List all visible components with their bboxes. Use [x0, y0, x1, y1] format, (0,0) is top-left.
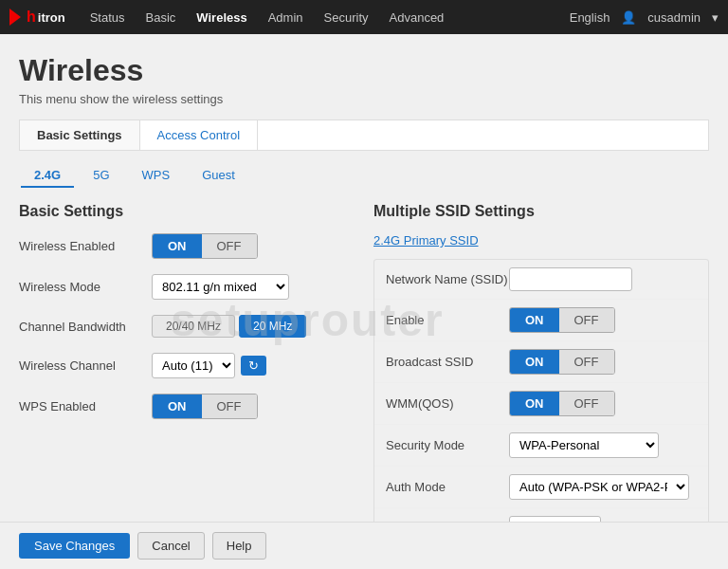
bw-20[interactable]: 20 MHz — [239, 315, 306, 338]
ssid-name-input[interactable] — [509, 267, 632, 291]
broadcast-ssid-label: Broadcast SSID — [386, 355, 509, 369]
wps-enabled-toggle[interactable]: ON OFF — [152, 394, 258, 419]
security-mode-row: Security Mode WPA-Personal WPA2-Personal… — [374, 425, 708, 467]
wireless-enabled-label: Wireless Enabled — [19, 239, 152, 253]
tab-bar: Basic Settings Access Control — [19, 119, 709, 151]
logo: h itron — [9, 9, 65, 26]
broadcast-ssid-on[interactable]: ON — [510, 350, 559, 374]
bw-20-40[interactable]: 20/40 MHz — [152, 315, 235, 338]
tab-basic-settings[interactable]: Basic Settings — [20, 120, 140, 150]
wps-enabled-off[interactable]: OFF — [202, 395, 257, 418]
nav-links: Status Basic Wireless Admin Security Adv… — [81, 3, 570, 32]
user-dropdown-icon[interactable]: ▾ — [712, 10, 719, 25]
basic-settings-panel: Basic Settings Wireless Enabled ON OFF W… — [19, 203, 355, 569]
wps-enabled-label: WPS Enabled — [19, 399, 152, 413]
ssid-enable-toggle[interactable]: ON OFF — [509, 307, 615, 333]
auth-mode-row: Auth Mode Auto (WPA-PSK or WPA2-PSK) WPA… — [374, 467, 708, 508]
ssid-name-label: Network Name (SSID) — [386, 272, 509, 286]
security-mode-label: Security Mode — [386, 438, 509, 452]
subtab-5g[interactable]: 5G — [80, 164, 122, 188]
wireless-enabled-off[interactable]: OFF — [202, 234, 257, 258]
broadcast-ssid-off[interactable]: OFF — [559, 350, 614, 374]
help-button[interactable]: Help — [212, 532, 266, 560]
wireless-mode-control: 802.11 g/n mixed 802.11 b/g/n mixed 802.… — [152, 274, 289, 300]
ssid-enable-row: Enable ON OFF — [374, 300, 708, 341]
wmm-toggle[interactable]: ON OFF — [509, 391, 615, 416]
channel-refresh-button[interactable]: ↻ — [241, 356, 266, 376]
channel-bw-row: Channel Bandwidth 20/40 MHz 20 MHz — [19, 315, 355, 338]
basic-settings-title: Basic Settings — [19, 203, 355, 220]
wireless-channel-label: Wireless Channel — [19, 358, 152, 373]
multiple-ssid-title: Multiple SSID Settings — [373, 203, 709, 220]
page-subtitle: This menu show the wireless settings — [19, 92, 709, 106]
wireless-enabled-on[interactable]: ON — [153, 234, 202, 258]
wireless-channel-select[interactable]: Auto (11) 1 6 11 — [152, 353, 235, 378]
auth-mode-label: Auth Mode — [386, 480, 509, 494]
ssid-name-value — [509, 267, 697, 291]
navbar: h itron Status Basic Wireless Admin Secu… — [0, 0, 728, 34]
wireless-mode-select[interactable]: 802.11 g/n mixed 802.11 b/g/n mixed 802.… — [152, 274, 289, 300]
save-button[interactable]: Save Changes — [19, 533, 130, 559]
nav-advanced[interactable]: Advanced — [380, 3, 454, 32]
ssid-enable-label: Enable — [386, 313, 509, 327]
cancel-button[interactable]: Cancel — [137, 532, 204, 560]
auth-mode-value: Auto (WPA-PSK or WPA2-PSK) WPA-PSK WPA2-… — [509, 474, 697, 500]
nav-wireless[interactable]: Wireless — [187, 3, 256, 32]
page-title: Wireless — [19, 53, 709, 88]
subtab-2g[interactable]: 2.4G — [21, 164, 74, 188]
wps-enabled-on[interactable]: ON — [153, 395, 202, 418]
wireless-channel-control: Auto (11) 1 6 11 ↻ — [152, 353, 266, 378]
logo-h: h — [27, 9, 36, 26]
two-col-layout: Basic Settings Wireless Enabled ON OFF W… — [19, 203, 709, 569]
nav-admin[interactable]: Admin — [259, 3, 313, 32]
auth-mode-select[interactable]: Auto (WPA-PSK or WPA2-PSK) WPA-PSK WPA2-… — [509, 474, 689, 500]
logo-icon — [9, 9, 21, 26]
wireless-enabled-row: Wireless Enabled ON OFF — [19, 233, 355, 259]
nav-security[interactable]: Security — [315, 3, 378, 32]
channel-bw-control: 20/40 MHz 20 MHz — [152, 315, 306, 338]
wireless-mode-row: Wireless Mode 802.11 g/n mixed 802.11 b/… — [19, 274, 355, 300]
broadcast-ssid-toggle[interactable]: ON OFF — [509, 349, 615, 375]
ssid-name-row: Network Name (SSID) — [374, 260, 708, 300]
nav-status[interactable]: Status — [81, 3, 135, 32]
wireless-mode-label: Wireless Mode — [19, 280, 152, 294]
username: cusadmin — [647, 10, 701, 25]
wmm-value: ON OFF — [509, 391, 697, 416]
wmm-label: WMM(QOS) — [386, 396, 509, 411]
ssid-enable-on[interactable]: ON — [510, 308, 559, 332]
security-mode-value: WPA-Personal WPA2-Personal WPA/WPA2-Pers… — [509, 432, 697, 458]
nav-basic[interactable]: Basic — [136, 3, 186, 32]
language-select[interactable]: English — [570, 10, 610, 25]
broadcast-ssid-value: ON OFF — [509, 349, 697, 375]
logo-text: itron — [38, 10, 65, 25]
bottom-bar: Save Changes Cancel Help — [0, 522, 728, 569]
wireless-enabled-toggle[interactable]: ON OFF — [152, 233, 258, 259]
multiple-ssid-panel: Multiple SSID Settings 2.4G Primary SSID… — [373, 203, 709, 569]
wireless-enabled-control: ON OFF — [152, 233, 258, 259]
security-mode-select[interactable]: WPA-Personal WPA2-Personal WPA/WPA2-Pers… — [509, 432, 659, 458]
ssid-enable-value: ON OFF — [509, 307, 697, 333]
wireless-channel-row: Wireless Channel Auto (11) 1 6 11 ↻ — [19, 353, 355, 378]
wps-enabled-row: WPS Enabled ON OFF — [19, 394, 355, 419]
ssid-enable-off[interactable]: OFF — [559, 308, 614, 332]
nav-right: English 👤 cusadmin ▾ — [570, 10, 719, 25]
channel-bw-label: Channel Bandwidth — [19, 320, 152, 334]
wmm-on[interactable]: ON — [510, 392, 559, 415]
primary-ssid-link[interactable]: 2.4G Primary SSID — [373, 233, 709, 248]
tab-access-control[interactable]: Access Control — [140, 120, 258, 150]
broadcast-ssid-row: Broadcast SSID ON OFF — [374, 341, 708, 383]
wps-enabled-control: ON OFF — [152, 394, 258, 419]
subtab-guest[interactable]: Guest — [189, 164, 248, 188]
wmm-off[interactable]: OFF — [559, 392, 614, 415]
subtab-wps[interactable]: WPS — [129, 164, 184, 188]
sub-tabs: 2.4G 5G WPS Guest — [19, 164, 709, 188]
wmm-row: WMM(QOS) ON OFF — [374, 383, 708, 425]
page-content: Wireless This menu show the wireless set… — [0, 34, 728, 569]
channel-bw-buttons: 20/40 MHz 20 MHz — [152, 315, 306, 338]
user-icon: 👤 — [621, 10, 636, 25]
